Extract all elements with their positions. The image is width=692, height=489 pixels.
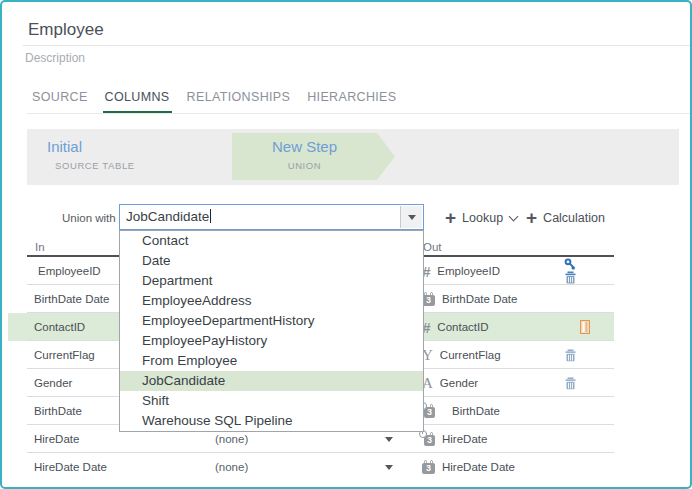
editor-tabs: SOURCE COLUMNS RELATIONSHIPS HIERARCHIES [30,90,399,113]
tabs-divider [27,113,690,114]
dropdown-option[interactable]: EmployeeAddress [120,291,423,311]
out-column-label: CurrentFlag [440,349,501,361]
table-row[interactable]: HireDate Date (none) 3 HireDate Date [8,453,614,481]
in-column-label: CurrentFlag [34,341,95,369]
plus-icon: + [445,210,456,226]
step-initial-name: Initial [47,138,135,155]
dropdown-option[interactable]: EmployeePayHistory [120,331,423,351]
chevron-down-icon [408,215,416,220]
union-table-dropdown-list: Contact Date Department EmployeeAddress … [119,230,424,432]
tab-source[interactable]: SOURCE [30,90,90,113]
dropdown-option-highlighted[interactable]: JobCandidate [120,371,423,391]
delete-column-icon[interactable] [564,349,577,362]
step-new-step-type: UNION [232,160,377,171]
column-index-icon[interactable] [580,320,590,334]
dropdown-option[interactable]: Shift [120,391,423,411]
in-column-label: HireDate Date [34,453,107,481]
chevron-down-icon[interactable] [385,465,393,470]
steps-bar: Initial SOURCE TABLE New Step UNION [27,129,679,185]
chevron-down-icon [509,212,519,222]
description-input[interactable]: Description [25,51,85,65]
chevron-down-icon[interactable] [385,437,393,442]
delete-column-icon[interactable] [564,271,577,284]
date-type-icon: 3 [422,460,435,474]
tab-columns[interactable]: COLUMNS [103,90,172,113]
in-column-header: In [35,241,45,253]
dropdown-option[interactable]: EmployeeDepartmentHistory [120,311,423,331]
dropdown-option[interactable]: Warehouse SQL Pipeline [120,411,423,431]
out-column-label: HireDate [442,433,487,445]
mapping-select[interactable]: (none) [215,453,248,481]
calculation-button-label: Calculation [543,211,605,225]
table-editor-window: Employee Description SOURCE COLUMNS RELA… [0,0,692,489]
dropdown-option[interactable]: Contact [120,231,423,251]
dropdown-option[interactable]: Department [120,271,423,291]
out-column-label: BirthDate Date [442,293,517,305]
primary-key-icon[interactable] [564,258,577,271]
datetime-type-icon: 3 [422,432,435,446]
combobox-dropdown-button[interactable] [400,206,422,228]
tab-hierarchies[interactable]: HIERARCHIES [305,90,398,113]
dropdown-option[interactable]: Date [120,251,423,271]
in-column-label: BirthDate Date [34,285,109,313]
in-column-label: EmployeeID [38,257,101,285]
plus-icon: + [526,210,537,226]
add-calculation-button[interactable]: + Calculation [526,210,605,226]
step-new-step[interactable]: New Step UNION [232,133,395,180]
lookup-button-label: Lookup [462,211,503,225]
step-new-step-name: New Step [232,138,377,155]
title-field-underline [23,45,690,46]
add-lookup-button[interactable]: + Lookup [445,210,517,226]
out-column-label: HireDate Date [442,461,515,473]
table-name-input[interactable]: Employee [28,20,104,40]
delete-column-icon[interactable] [564,377,577,390]
out-column-label: BirthDate [452,405,500,417]
out-column-label: EmployeeID [437,265,500,277]
out-column-label: ContactID [437,321,488,333]
out-column-label: Gender [440,377,478,389]
in-column-label: HireDate [34,425,79,453]
step-initial-type: SOURCE TABLE [55,160,135,171]
union-with-label: Union with [62,212,116,224]
in-column-label: BirthDate [34,397,82,425]
out-column-header: Out [423,241,442,253]
union-table-combobox[interactable]: JobCandidate [119,204,424,230]
text-caret [210,209,211,223]
step-initial[interactable]: Initial SOURCE TABLE [47,138,135,171]
tab-relationships[interactable]: RELATIONSHIPS [185,90,293,113]
combobox-value: JobCandidate [126,205,211,229]
dropdown-option[interactable]: From Employee [120,351,423,371]
in-column-label: ContactID [34,313,85,341]
in-column-label: Gender [34,369,72,397]
